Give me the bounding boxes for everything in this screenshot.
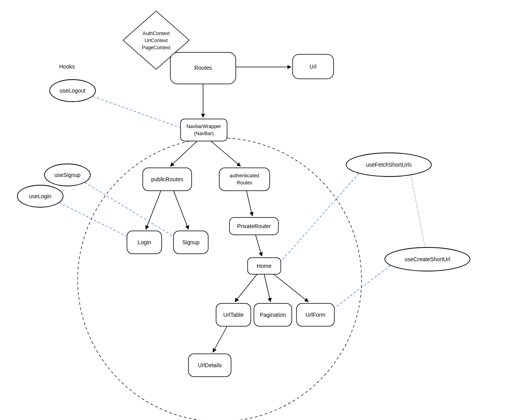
hook-use-login: useLogin: [17, 185, 63, 207]
link-usecreate-urlform: [334, 266, 390, 308]
node-url: Url: [293, 54, 334, 79]
hook-use-fetch-short-urls: useFetchShortUrls: [346, 153, 431, 177]
edge-urltable-urldetails: [213, 326, 227, 352]
node-url-form: UrlForm: [297, 303, 334, 326]
use-signup-label: useSignup: [54, 172, 80, 178]
edge-navbar-public: [170, 141, 197, 166]
auth-routes-line1: authenticated: [229, 173, 259, 178]
node-public-routes: publicRoutes: [143, 168, 192, 191]
url-details-label: UrlDetails: [198, 362, 222, 368]
edge-home-urlform: [274, 274, 308, 302]
svg-rect-5: [219, 168, 270, 191]
hook-use-logout: useLogout: [50, 80, 95, 102]
node-pagination: Pagination: [254, 303, 292, 326]
edge-public-login: [146, 191, 161, 229]
node-url-details: UrlDetails: [188, 354, 231, 377]
link-uselogin-login: [59, 203, 127, 236]
signup-label: Signup: [182, 239, 200, 245]
routes-label: Routes: [194, 65, 212, 71]
use-fetch-short-urls-label: useFetchShortUrls: [366, 162, 412, 168]
node-private-router: PrivateRouter: [229, 217, 278, 235]
url-form-label: UrlForm: [306, 312, 326, 318]
private-router-label: PrivateRouter: [237, 223, 271, 229]
context-line2: UrlContext: [144, 38, 168, 43]
edge-public-signup: [173, 191, 188, 229]
hooks-heading: Hooks: [59, 63, 75, 70]
context-line3: PageContext: [142, 45, 171, 50]
url-label: Url: [310, 63, 317, 70]
node-url-table: UrlTable: [216, 303, 251, 326]
node-login: Login: [127, 231, 162, 254]
url-table-label: UrlTable: [223, 312, 244, 318]
link-uselogout-navbar: [93, 97, 181, 128]
hook-use-signup: useSignup: [45, 164, 90, 186]
context-line1: AuthContext: [143, 31, 170, 36]
edge-private-home: [255, 235, 262, 256]
node-routes: Routes: [170, 52, 236, 84]
use-create-short-url-label: useCreateShortUrl: [405, 256, 450, 262]
node-home: Home: [248, 258, 281, 274]
auth-routes-line2: Routes: [237, 180, 252, 186]
use-logout-label: useLogout: [60, 87, 86, 94]
node-signup: Signup: [173, 231, 208, 254]
edge-home-pagination: [264, 274, 270, 302]
hook-use-create-short-url: useCreateShortUrl: [385, 247, 470, 271]
edge-auth-private: [246, 191, 252, 216]
node-navbar-wrapper: NavbarWrapper (NavBar): [181, 119, 227, 141]
node-authenticated-routes: authenticated Routes: [219, 168, 270, 191]
navbar-line2: (NavBar): [194, 131, 214, 136]
link-usecreate-usefetch: [411, 175, 425, 247]
login-label: Login: [138, 239, 151, 245]
edge-navbar-auth: [211, 141, 241, 166]
use-login-label: useLogin: [29, 193, 52, 199]
edge-home-urltable: [235, 274, 257, 302]
svg-rect-3: [181, 119, 227, 141]
pagination-label: Pagination: [260, 312, 286, 318]
navbar-line1: NavbarWrapper: [186, 124, 221, 129]
public-routes-label: publicRoutes: [151, 176, 183, 182]
home-label: Home: [257, 263, 272, 269]
